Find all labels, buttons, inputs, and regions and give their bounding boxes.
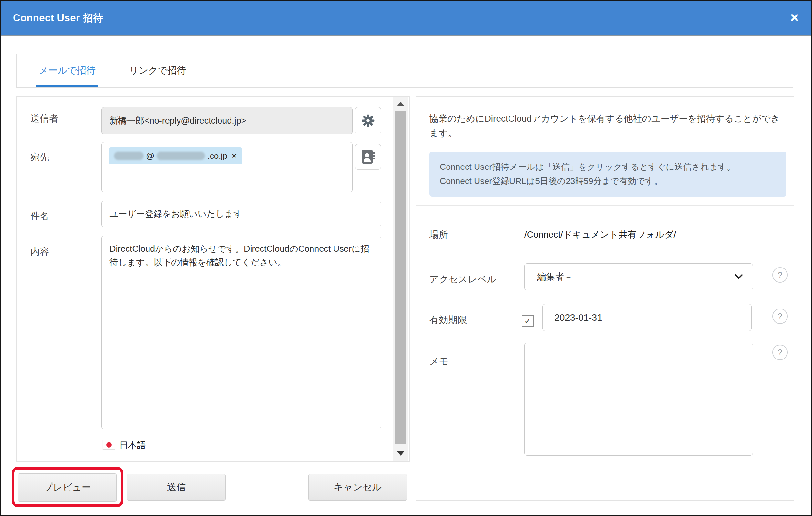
location-label: 場所 [429, 229, 448, 241]
recipient-label: 宛先 [30, 151, 49, 164]
access-level-label: アクセスレベル [429, 273, 497, 286]
scroll-up-icon[interactable] [397, 102, 404, 106]
cancel-button[interactable]: キャンセル [308, 474, 407, 500]
checkmark-icon: ✓ [524, 316, 531, 326]
expiry-help-icon[interactable]: ? [772, 308, 788, 324]
active-tab-underline [36, 85, 98, 87]
access-level-help-icon[interactable]: ? [772, 267, 788, 283]
tab-invite-by-link[interactable]: リンクで招待 [128, 54, 187, 87]
connect-user-invite-dialog: Connect User 招待 × メールで招待 リンクで招待 送信者 [0, 0, 812, 516]
sender-settings-button[interactable] [355, 107, 381, 134]
tab-invite-by-link-label: リンクで招待 [129, 64, 186, 77]
access-level-select[interactable]: 編集者－ [524, 263, 753, 291]
content-textarea[interactable]: DirectCloudからのお知らせです。DirectCloudのConnect… [102, 236, 381, 429]
dialog-header: Connect User 招待 × [1, 1, 811, 36]
language-label: 日本語 [119, 439, 146, 451]
memo-label: メモ [429, 355, 448, 368]
invite-settings-panel: 協業のためにDirectCloudアカウントを保有する他社のユーザーを招待するこ… [415, 96, 794, 500]
gear-icon [361, 114, 375, 128]
section-divider [416, 205, 793, 206]
subject-input[interactable] [102, 201, 381, 227]
sender-input[interactable] [102, 107, 353, 134]
content-label: 内容 [30, 245, 49, 258]
address-book-icon [360, 149, 376, 164]
close-icon[interactable]: × [790, 10, 799, 25]
flag-red-circle [106, 442, 112, 448]
notice-line-1: Connect User招待メールは「送信」をクリックするとすぐに送信されます。 [440, 160, 776, 174]
access-level-value: 編集者－ [537, 271, 573, 283]
chevron-down-icon [734, 271, 743, 279]
expiry-date-input[interactable] [543, 304, 752, 331]
send-button[interactable]: 送信 [127, 474, 226, 500]
mail-form-panel: 送信者 宛先 @ .co.jp × [17, 96, 410, 462]
expiry-label: 有効期限 [429, 314, 467, 327]
masked-email-local [114, 152, 144, 160]
invite-description: 協業のためにDirectCloudアカウントを保有する他社のユーザーを招待するこ… [429, 112, 782, 141]
scroll-down-icon[interactable] [397, 452, 404, 456]
sender-label: 送信者 [30, 112, 58, 125]
expiry-checkbox[interactable]: ✓ [522, 315, 534, 327]
address-book-button[interactable] [355, 144, 381, 170]
tab-strip: メールで招待 リンクで招待 [17, 54, 793, 88]
notice-line-2: Connect User登録URLは5日後の23時59分まで有効です。 [440, 174, 776, 188]
recipient-email-chip: @ .co.jp × [109, 148, 242, 164]
recipient-input[interactable]: @ .co.jp × [102, 142, 353, 192]
tab-invite-by-mail-label: メールで招待 [39, 64, 95, 77]
scrollbar[interactable] [393, 97, 408, 461]
memo-help-icon[interactable]: ? [772, 345, 788, 360]
memo-textarea[interactable] [524, 343, 753, 456]
email-at-sign: @ [146, 151, 154, 161]
chip-remove-icon[interactable]: × [232, 151, 237, 161]
japan-flag-icon [103, 440, 115, 449]
subject-label: 件名 [30, 210, 49, 223]
location-value: /Connect/ドキュメント共有フォルダ/ [524, 229, 676, 241]
masked-email-domain [156, 152, 205, 160]
dialog-title: Connect User 招待 [13, 11, 103, 25]
scrollbar-thumb[interactable] [395, 111, 406, 444]
notice-box: Connect User招待メールは「送信」をクリックするとすぐに送信されます。… [429, 152, 786, 196]
preview-button[interactable]: プレビュー [18, 474, 117, 502]
tab-invite-by-mail[interactable]: メールで招待 [37, 54, 97, 87]
email-domain-suffix: .co.jp [207, 151, 227, 161]
